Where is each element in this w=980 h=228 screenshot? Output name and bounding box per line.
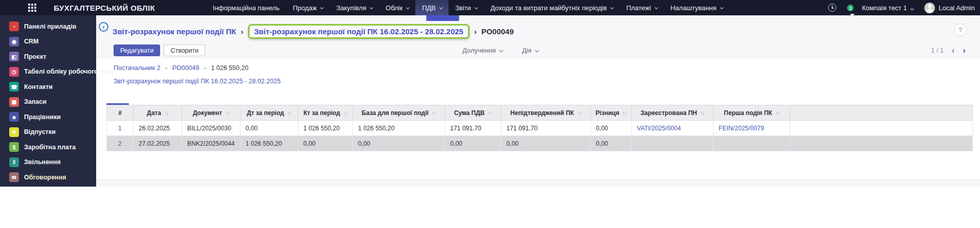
cell-vat_amount[interactable]: 171 091,70 bbox=[445, 121, 501, 136]
cell-document[interactable]: BNK2/2025/0044 bbox=[182, 136, 240, 151]
cell-unconfirmed_pk[interactable]: 0,00 bbox=[501, 136, 591, 151]
column-header-kt_period[interactable]: Кт за період↑↓ bbox=[298, 105, 353, 121]
user-avatar[interactable] bbox=[924, 3, 935, 13]
menu-item-default[interactable]: Налаштування bbox=[664, 0, 729, 15]
table-row[interactable]: 126.02.2025BILL/2025/00300,001 026 550,2… bbox=[107, 121, 973, 136]
menu-item-default[interactable]: Доходи та витрати майбутніх періодів bbox=[484, 0, 620, 15]
record-amount: 1 026 550,20 bbox=[211, 64, 249, 72]
menu-item-label: Платежі bbox=[626, 4, 651, 12]
menu-item-default[interactable]: Закупівля bbox=[329, 0, 379, 15]
activities-clock-icon[interactable] bbox=[828, 4, 836, 12]
cell-dt_period[interactable]: 1 026 550,20 bbox=[240, 136, 298, 151]
phone-contact-icon: ☎ bbox=[9, 82, 19, 92]
reference-link[interactable]: PO00049 bbox=[172, 64, 199, 72]
cell-document[interactable]: BILL/2025/0030 bbox=[182, 121, 240, 136]
column-header-difference[interactable]: Різниця↑↓ bbox=[591, 105, 632, 121]
report-period-link[interactable]: Звіт-розрахунок першої події ПК 16.02.20… bbox=[114, 78, 281, 85]
column-label: Кт за період bbox=[303, 109, 340, 117]
cell-date[interactable]: 27.02.2025 bbox=[133, 136, 182, 151]
puzzle-icon: ◧ bbox=[9, 52, 19, 61]
sidebar-item-label: Запаси bbox=[24, 98, 47, 105]
pager-previous-icon[interactable]: ‹ bbox=[952, 46, 955, 55]
cell-first_event_pk[interactable] bbox=[714, 136, 790, 151]
action-dropdown[interactable]: Дія bbox=[522, 47, 538, 54]
app-title[interactable]: БУХГАЛТЕРСЬКИЙ ОБЛІК bbox=[54, 4, 155, 12]
column-header-date[interactable]: Дата↑↓ bbox=[133, 105, 182, 121]
topbar-right-cluster: 1 Компаія тест 1 Local Admin bbox=[828, 3, 975, 13]
sidebar-item[interactable]: ☻Працівники bbox=[0, 109, 96, 125]
sidebar-item-label: Контакти bbox=[24, 83, 53, 90]
sidebar-item[interactable]: ☀Відпустки bbox=[0, 125, 96, 140]
column-header-base_first_event[interactable]: База для першої події↑↓ bbox=[353, 105, 445, 121]
cell-base_first_event[interactable]: 1 026 550,20 bbox=[353, 121, 445, 136]
menu-item-active[interactable]: ПДВ bbox=[415, 0, 449, 15]
company-switcher[interactable]: Компаія тест 1 bbox=[862, 4, 913, 12]
user-menu[interactable]: Local Admin bbox=[939, 4, 975, 12]
cell-num[interactable]: 1 bbox=[107, 121, 133, 136]
top-navbar: БУХГАЛТЕРСЬКИЙ ОБЛІК Інформаційна панель… bbox=[0, 0, 980, 15]
cell-date[interactable]: 26.02.2025 bbox=[133, 121, 182, 136]
column-label: Перша подія ПК bbox=[724, 109, 772, 117]
chevron-down-icon bbox=[320, 6, 324, 9]
help-button[interactable]: ? bbox=[954, 24, 967, 36]
report-lines-table: #Дата↑↓Документ↑↓Дт за період↑↓Кт за пер… bbox=[106, 105, 973, 151]
edit-button[interactable]: Редагувати bbox=[114, 44, 160, 56]
column-label: База для першої події bbox=[362, 109, 429, 117]
sidebar-item[interactable]: $Заробітна плата bbox=[0, 140, 96, 155]
cell-registered_pn[interactable] bbox=[632, 136, 714, 151]
column-label: Різниця bbox=[595, 109, 619, 117]
cell-difference[interactable]: 0,00 bbox=[591, 136, 632, 151]
back-button[interactable]: ‹ bbox=[99, 22, 108, 32]
breadcrumb-list-link[interactable]: Звіт-розрахунок першої події ПК bbox=[113, 27, 236, 36]
sidebar-item[interactable]: ‖Звільнення bbox=[0, 155, 96, 170]
chevron-down-icon bbox=[610, 6, 614, 9]
chevron-down-icon bbox=[720, 6, 723, 9]
pager-next-icon[interactable]: › bbox=[963, 46, 966, 55]
cell-num[interactable]: 2 bbox=[107, 136, 133, 151]
cell-base_first_event[interactable]: 0,00 bbox=[353, 136, 445, 151]
menu-item-label: Доходи та витрати майбутніх періодів bbox=[491, 4, 607, 12]
sidebar-item[interactable]: ◧Проєкт bbox=[0, 49, 96, 64]
table-row[interactable]: 227.02.2025BNK2/2025/00441 026 550,200,0… bbox=[107, 136, 973, 151]
chevron-down-icon bbox=[406, 6, 410, 9]
attachment-dropdown[interactable]: Долучення bbox=[462, 47, 502, 54]
menu-item-default[interactable]: Облік bbox=[379, 0, 415, 15]
cell-dt_period[interactable]: 0,00 bbox=[240, 121, 298, 136]
column-header-vat_amount[interactable]: Сума ПДВ↑↓ bbox=[445, 105, 501, 121]
column-label: # bbox=[118, 109, 122, 117]
column-header-document[interactable]: Документ↑↓ bbox=[182, 105, 240, 121]
sidebar-item-label: Обговорення bbox=[24, 174, 66, 181]
column-label: Зареєстрована ПН bbox=[640, 109, 697, 117]
record-sheet: Постачальник 2 - PO00049 - 1 026 550,20 … bbox=[96, 59, 980, 180]
sidebar-item-label: Працівники bbox=[24, 113, 61, 121]
apps-grid-icon[interactable] bbox=[28, 4, 36, 12]
breadcrumb-report-link[interactable]: Звіт-розрахунок першої події ПК 16.02.20… bbox=[254, 27, 463, 36]
sidebar-item-label: Заробітна плата bbox=[24, 144, 76, 151]
column-header-registered_pn[interactable]: Зареєстрована ПН↑↓ bbox=[632, 105, 714, 121]
menu-item-default[interactable]: Інформаційна панель bbox=[206, 0, 286, 15]
sidebar-item[interactable]: ☎Контакти bbox=[0, 79, 96, 95]
cell-first_event_pk[interactable]: FEIN/2025/0079 bbox=[714, 121, 790, 136]
menu-item-default[interactable]: Продаж bbox=[286, 0, 329, 15]
cell-unconfirmed_pk[interactable]: 171 091,70 bbox=[501, 121, 591, 136]
menu-item-label: Облік bbox=[386, 4, 403, 12]
menu-item-default[interactable]: Платежі bbox=[619, 0, 663, 15]
cell-vat_amount[interactable]: 0,00 bbox=[445, 136, 501, 151]
sidebar-item-label: Відпустки bbox=[24, 128, 56, 135]
column-header-first_event_pk[interactable]: Перша подія ПК↑↓ bbox=[714, 105, 790, 121]
column-header-dt_period[interactable]: Дт за період↑↓ bbox=[240, 105, 298, 121]
create-button[interactable]: Створити bbox=[164, 44, 205, 56]
cell-registered_pn[interactable]: VATI/2025/0004 bbox=[632, 121, 714, 136]
sidebar-item[interactable]: ✉Обговорення bbox=[0, 170, 96, 185]
sidebar-item[interactable]: ◉CRM bbox=[0, 34, 96, 50]
column-header-num[interactable]: # bbox=[107, 105, 133, 121]
supplier-link[interactable]: Постачальник 2 bbox=[114, 64, 161, 72]
menu-item-default[interactable]: Звіти bbox=[449, 0, 484, 15]
sidebar-item[interactable]: ◔Панелі приладів bbox=[0, 19, 96, 34]
sidebar-item[interactable]: ◷Табелі обліку робочого часу bbox=[0, 64, 96, 80]
column-header-unconfirmed_pk[interactable]: Непідтверджений ПК↑↓ bbox=[501, 105, 591, 121]
cell-kt_period[interactable]: 0,00 bbox=[298, 136, 353, 151]
sidebar-item[interactable]: ▦Запаси bbox=[0, 95, 96, 110]
cell-kt_period[interactable]: 1 026 550,20 bbox=[298, 121, 353, 136]
cell-difference[interactable]: 0,00 bbox=[591, 121, 632, 136]
